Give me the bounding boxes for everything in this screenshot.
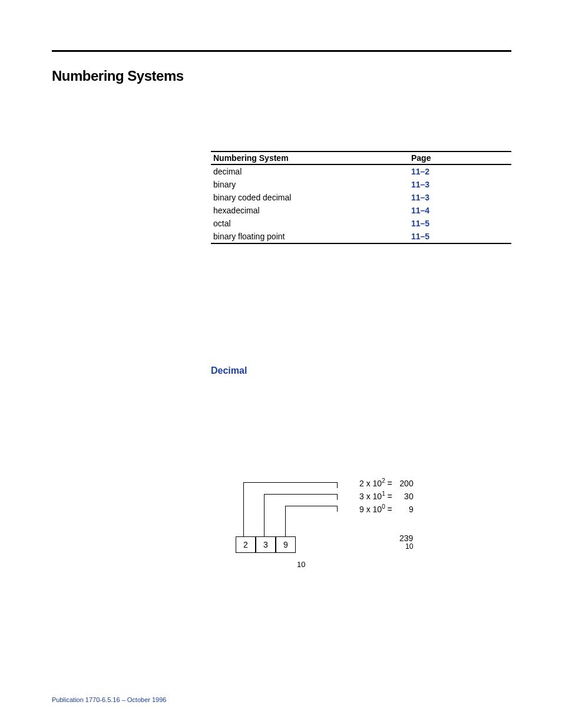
decimal-diagram: 2 3 9 10 2 x 102 = 200 3 x 101 = 30 9 x … <box>211 472 447 578</box>
system-cell: octal <box>211 219 411 228</box>
sum-block: 239 10 <box>399 534 413 551</box>
bracket-stem <box>243 488 244 536</box>
page-link[interactable]: 11–4 <box>411 206 429 215</box>
page-link[interactable]: 11–3 <box>411 193 429 202</box>
eq-exp: 2 <box>382 477 385 484</box>
equation-line: 2 x 102 = 200 <box>359 477 414 488</box>
equation-line: 9 x 100 = 9 <box>359 503 414 514</box>
page-link[interactable]: 11–2 <box>411 167 429 176</box>
eq-coef: 9 <box>359 505 364 514</box>
table-row: binary coded decimal 11–3 <box>211 191 511 204</box>
eq-coef: 3 <box>359 492 364 501</box>
header-page: Page <box>411 153 458 163</box>
section-heading-decimal: Decimal <box>211 365 247 376</box>
publication-footer: Publication 1770-6.5.16 – October 1996 <box>52 696 166 703</box>
sum-value: 239 <box>399 534 413 543</box>
eq-exp: 0 <box>382 503 385 510</box>
eq-val: 200 <box>395 479 414 488</box>
page-link[interactable]: 11–3 <box>411 180 429 189</box>
page-link[interactable]: 11–5 <box>411 219 429 228</box>
digit-box: 9 <box>276 536 296 553</box>
bracket-stem <box>285 512 286 536</box>
table-row: binary floating point 11–5 <box>211 230 511 244</box>
eq-exp: 1 <box>382 490 385 497</box>
base-label: 10 <box>297 560 305 569</box>
system-cell: binary floating point <box>211 232 411 241</box>
header-system: Numbering System <box>211 153 411 163</box>
table-header-row: Numbering System Page <box>211 151 511 165</box>
eq-base: 10 <box>373 479 382 488</box>
digit-boxes: 2 3 9 <box>236 536 296 553</box>
digit-box: 3 <box>256 536 276 553</box>
eq-coef: 2 <box>359 479 364 488</box>
system-cell: hexadecimal <box>211 206 411 215</box>
system-cell: decimal <box>211 167 411 176</box>
system-cell: binary <box>211 180 411 189</box>
eq-base: 10 <box>373 505 382 514</box>
table-row: binary 11–3 <box>211 178 511 191</box>
equation-line: 3 x 101 = 30 <box>359 490 414 501</box>
table-row: octal 11–5 <box>211 217 511 230</box>
eq-val: 9 <box>395 505 414 514</box>
bracket-line <box>243 482 338 488</box>
eq-val: 30 <box>395 492 414 501</box>
system-cell: binary coded decimal <box>211 193 411 202</box>
bracket-stem <box>264 500 265 536</box>
page-link[interactable]: 11–5 <box>411 232 429 241</box>
numbering-systems-table: Numbering System Page decimal 11–2 binar… <box>211 151 511 244</box>
table-row: decimal 11–2 <box>211 165 511 178</box>
table-row: hexadecimal 11–4 <box>211 204 511 217</box>
sum-subscript: 10 <box>399 543 413 551</box>
top-rule <box>52 50 511 52</box>
bracket-line <box>264 494 338 500</box>
eq-base: 10 <box>373 492 382 501</box>
chapter-title: Numbering Systems <box>52 68 184 84</box>
digit-box: 2 <box>236 536 256 553</box>
bracket-line <box>285 506 338 512</box>
